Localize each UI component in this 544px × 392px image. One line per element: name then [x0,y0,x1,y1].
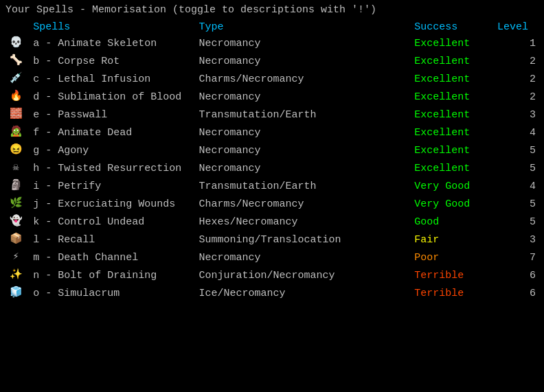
spell-key-name[interactable]: a - Animate Skeleton [30,34,196,52]
spell-key-name[interactable]: k - Control Undead [30,213,196,231]
col-header-level: Level [495,20,539,34]
spell-success: Excellent [411,34,495,52]
spell-type: Conjuration/Necromancy [196,266,412,284]
spell-success: Very Good [411,177,495,195]
table-row: 📦 l - Recall Summoning/Translocation Fai… [5,231,539,249]
spell-key-name[interactable]: g - Agony [30,141,196,159]
spell-success: Poor [411,249,495,266]
col-icon [5,20,30,34]
spell-success: Terrible [411,266,495,284]
spell-type: Necromancy [196,88,412,106]
table-row: 💉 c - Lethal Infusion Charms/Necromancy … [5,70,539,88]
spell-key-name[interactable]: h - Twisted Resurrection [30,159,196,177]
title-bar: Your Spells - Memorisation (toggle to de… [5,4,539,16]
table-row: 🌿 j - Excruciating Wounds Charms/Necroma… [5,195,539,213]
spell-type: Necromancy [196,124,412,141]
spell-success: Excellent [411,106,495,124]
table-row: 💀 a - Animate Skeleton Necromancy Excell… [5,34,539,52]
spell-level: 5 [495,213,539,231]
spell-level: 6 [495,284,539,302]
spell-type: Hexes/Necromancy [196,213,412,231]
spell-type: Necromancy [196,249,412,266]
spell-type: Charms/Necromancy [196,195,412,213]
spell-success: Excellent [411,88,495,106]
spell-icon: 👻 [5,213,30,231]
spell-key-name[interactable]: j - Excruciating Wounds [30,195,196,213]
spell-icon: 😖 [5,141,30,159]
spell-key-name[interactable]: c - Lethal Infusion [30,70,196,88]
table-row: 🔥 d - Sublimation of Blood Necromancy Ex… [5,88,539,106]
spell-level: 4 [495,177,539,195]
spell-type: Transmutation/Earth [196,106,412,124]
col-header-success: Success [411,20,495,34]
spell-success: Very Good [411,195,495,213]
spell-success: Good [411,213,495,231]
table-row: ✨ n - Bolt of Draining Conjuration/Necro… [5,266,539,284]
spell-type: Charms/Necromancy [196,70,412,88]
spell-key-name[interactable]: l - Recall [30,231,196,249]
spell-key-name[interactable]: b - Corpse Rot [30,52,196,70]
spell-type: Transmutation/Earth [196,177,412,195]
spell-key-name[interactable]: o - Simulacrum [30,284,196,302]
spell-success: Excellent [411,159,495,177]
table-row: ☠️ h - Twisted Resurrection Necromancy E… [5,159,539,177]
spell-type: Necromancy [196,159,412,177]
spell-type: Necromancy [196,141,412,159]
table-row: 😖 g - Agony Necromancy Excellent 5 [5,141,539,159]
spell-type: Necromancy [196,52,412,70]
spell-key-name[interactable]: i - Petrify [30,177,196,195]
table-row: 🦴 b - Corpse Rot Necromancy Excellent 2 [5,52,539,70]
spell-key-name[interactable]: d - Sublimation of Blood [30,88,196,106]
table-row: 👻 k - Control Undead Hexes/Necromancy Go… [5,213,539,231]
table-row: 🧟 f - Animate Dead Necromancy Excellent … [5,124,539,141]
spell-icon: 💉 [5,70,30,88]
col-header-spells: Spells [30,20,196,34]
spell-success: Excellent [411,52,495,70]
spell-level: 2 [495,52,539,70]
spell-type: Summoning/Translocation [196,231,412,249]
spell-icon: 🌿 [5,195,30,213]
spell-icon: 💀 [5,34,30,52]
table-row: 🧊 o - Simulacrum Ice/Necromancy Terrible… [5,284,539,302]
spell-icon: 🗿 [5,177,30,195]
spell-level: 2 [495,88,539,106]
spell-icon: 📦 [5,231,30,249]
spell-icon: ☠️ [5,159,30,177]
spell-success: Fair [411,231,495,249]
spell-icon: ✨ [5,266,30,284]
spell-icon: ⚡ [5,249,30,266]
spell-icon: 🧊 [5,284,30,302]
table-row: 🗿 i - Petrify Transmutation/Earth Very G… [5,177,539,195]
spell-level: 5 [495,159,539,177]
spell-level: 3 [495,231,539,249]
spell-level: 2 [495,70,539,88]
col-header-type: Type [196,20,412,34]
spell-key-name[interactable]: m - Death Channel [30,249,196,266]
spell-level: 3 [495,106,539,124]
spell-success: Excellent [411,70,495,88]
spell-level: 7 [495,249,539,266]
spells-body: 💀 a - Animate Skeleton Necromancy Excell… [5,34,539,302]
spell-key-name[interactable]: e - Passwall [30,106,196,124]
spell-key-name[interactable]: n - Bolt of Draining [30,266,196,284]
spell-success: Terrible [411,284,495,302]
spell-success: Excellent [411,124,495,141]
spell-icon: 🧟 [5,124,30,141]
spell-level: 4 [495,124,539,141]
spell-icon: 🦴 [5,52,30,70]
spell-type: Necromancy [196,34,412,52]
spell-success: Excellent [411,141,495,159]
spell-level: 1 [495,34,539,52]
spells-table: Spells Type Success Level 💀 a - Animate … [5,20,539,302]
spell-level: 5 [495,195,539,213]
spell-icon: 🔥 [5,88,30,106]
table-row: 🧱 e - Passwall Transmutation/Earth Excel… [5,106,539,124]
spell-level: 6 [495,266,539,284]
spell-type: Ice/Necromancy [196,284,412,302]
table-row: ⚡ m - Death Channel Necromancy Poor 7 [5,249,539,266]
spell-icon: 🧱 [5,106,30,124]
spell-key-name[interactable]: f - Animate Dead [30,124,196,141]
spell-level: 5 [495,141,539,159]
